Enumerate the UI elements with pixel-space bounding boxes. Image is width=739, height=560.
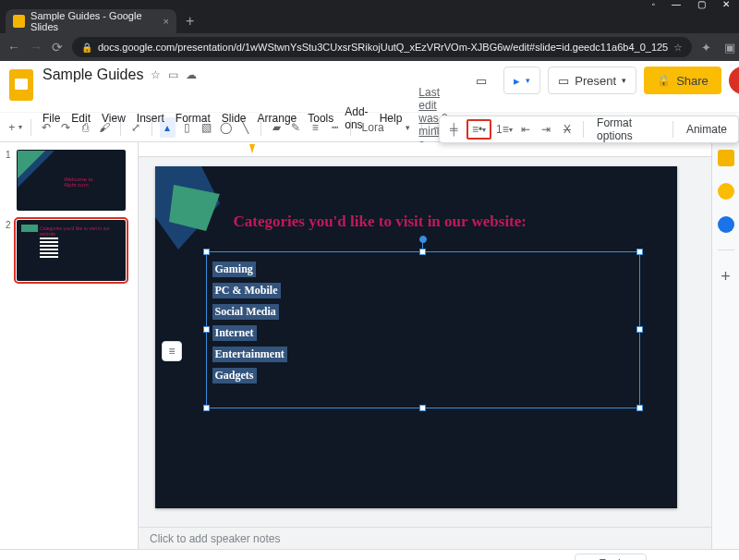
comments-button[interactable]: ▭: [466, 67, 496, 94]
add-addon-icon[interactable]: +: [721, 267, 731, 286]
format-options-button[interactable]: Format options: [591, 116, 665, 142]
forward-icon: →: [30, 40, 42, 55]
doc-title[interactable]: Sample Guides: [42, 67, 143, 83]
cloud-status-icon[interactable]: ☁: [186, 68, 197, 81]
side-panel: +: [711, 142, 739, 549]
comment-icon: ▭: [476, 74, 487, 88]
slides-favicon-icon: [13, 15, 25, 28]
maximize-icon[interactable]: ▢: [697, 0, 706, 9]
animate-button[interactable]: Animate: [681, 123, 733, 136]
slide-shape-icon: [155, 166, 238, 254]
tab-close-icon[interactable]: ×: [164, 16, 169, 27]
tab-title: Sample Guides - Google Slides: [30, 10, 163, 32]
browser-address-bar: ← → ⟳ 🔒 docs.google.com/presentation/d/1…: [0, 33, 739, 61]
slide-thumbnail-2[interactable]: Categories you'd like to visit in our we…: [17, 220, 126, 281]
list-item: Gadgets: [212, 368, 257, 383]
calendar-icon[interactable]: [718, 150, 734, 166]
cast-icon[interactable]: ▣: [724, 41, 735, 55]
slide-canvas[interactable]: Categories you'd like to visit in our we…: [155, 166, 677, 508]
browser-tab[interactable]: Sample Guides - Google Slides ×: [6, 9, 176, 33]
menu-bar: File Edit View Insert Format Slide Arran…: [42, 86, 457, 151]
floating-alignment-menu[interactable]: ≡: [162, 341, 182, 361]
slide-title-text[interactable]: Categories you'd like to visit in our we…: [234, 213, 527, 231]
filmstrip-view-icon[interactable]: ▮: [9, 557, 16, 561]
present-icon: ▭: [558, 74, 569, 88]
url-text: docs.google.com/presentation/d/1wWStwnYs…: [98, 42, 668, 53]
share-button[interactable]: 🔒 Share: [644, 67, 721, 94]
list-item: Entertainment: [212, 347, 287, 362]
menu-view[interactable]: View: [102, 112, 126, 125]
list-item: PC & Mobile: [212, 283, 281, 298]
dot-icon: ◦: [651, 0, 655, 9]
notes-placeholder: Click to add speaker notes: [150, 532, 280, 545]
hide-side-panel-icon[interactable]: ›: [726, 557, 730, 561]
canvas-area: Categories you'd like to visit in our we…: [139, 142, 711, 549]
star-icon[interactable]: ☆: [673, 42, 683, 54]
line-spacing-button[interactable]: ╪: [445, 119, 463, 140]
horizontal-ruler: [139, 142, 711, 157]
status-bar: ▮ ▦ ◆ Explore www.deuaq.com ›: [0, 549, 739, 560]
slide-thumbnail-1[interactable]: Welcome toAlphr.com: [17, 150, 126, 211]
decrease-indent-button[interactable]: ⇤: [516, 119, 534, 140]
star-doc-icon[interactable]: ☆: [151, 68, 161, 81]
new-tab-button[interactable]: +: [176, 9, 203, 33]
grid-view-icon[interactable]: ▦: [34, 557, 44, 561]
selected-textbox[interactable]: Gaming PC & Mobile Social Media Internet…: [206, 251, 640, 408]
menu-slide[interactable]: Slide: [222, 112, 247, 125]
speaker-notes[interactable]: Click to add speaker notes: [139, 527, 711, 549]
slideshow-icon: ▸: [514, 74, 520, 88]
keep-icon[interactable]: [718, 183, 734, 200]
list-item: Internet: [212, 325, 257, 341]
clear-formatting-button[interactable]: X: [559, 119, 576, 140]
url-input[interactable]: 🔒 docs.google.com/presentation/d/1wWStwn…: [72, 37, 692, 57]
explore-button[interactable]: ◆ Explore: [575, 554, 647, 561]
menu-insert[interactable]: Insert: [137, 112, 164, 125]
user-avatar[interactable]: a: [729, 67, 739, 94]
menu-help[interactable]: Help: [380, 112, 403, 125]
back-icon[interactable]: ←: [7, 40, 20, 55]
menu-edit[interactable]: Edit: [71, 112, 91, 125]
lock-icon: 🔒: [81, 43, 92, 53]
slides-header: Sample Guides ☆ ▭ ☁ File Edit View Inser…: [0, 61, 739, 113]
present-button[interactable]: ▭ Present ▾: [548, 67, 636, 94]
menu-file[interactable]: File: [42, 112, 60, 125]
explore-icon: ◆: [585, 557, 593, 561]
text-content[interactable]: Gaming PC & Mobile Social Media Internet…: [207, 252, 639, 393]
menu-arrange[interactable]: Arrange: [258, 112, 297, 125]
lock-share-icon: 🔒: [657, 74, 671, 87]
slides-logo-icon[interactable]: [9, 67, 33, 103]
window-controls: ◦ — ▢ ✕: [0, 0, 739, 7]
list-item: Gaming: [212, 262, 256, 277]
menu-format[interactable]: Format: [176, 112, 211, 125]
tasks-icon[interactable]: [718, 216, 734, 233]
new-slide-button[interactable]: + ▾: [7, 117, 23, 138]
extensions-icon[interactable]: ✦: [701, 41, 711, 55]
thumb-number: 1: [6, 150, 13, 211]
menu-tools[interactable]: Tools: [308, 112, 333, 125]
thumb-number: 2: [6, 220, 13, 281]
svg-rect-1: [15, 79, 28, 90]
slide-thumbnail-panel: 1 Welcome toAlphr.com 2 Categories you'd…: [0, 142, 139, 549]
workspace: 1 Welcome toAlphr.com 2 Categories you'd…: [0, 142, 739, 549]
bulleted-list-button[interactable]: ≡•▾: [466, 119, 492, 140]
close-window-icon[interactable]: ✕: [722, 0, 730, 9]
reload-icon[interactable]: ⟳: [52, 40, 63, 55]
move-doc-icon[interactable]: ▭: [168, 68, 178, 81]
overflow-toolbar: ╪ ≡•▾ 1≡▾ ⇤ ⇥ X Format options Animate: [439, 116, 739, 143]
browser-tab-strip: Sample Guides - Google Slides × +: [0, 7, 739, 33]
menu-addons[interactable]: Add-ons: [345, 105, 368, 131]
increase-indent-button[interactable]: ⇥: [538, 119, 555, 140]
slideshow-button[interactable]: ▸▾: [503, 67, 540, 94]
numbered-list-button[interactable]: 1≡▾: [495, 119, 513, 140]
list-item: Social Media: [212, 304, 279, 320]
minimize-icon[interactable]: —: [672, 0, 681, 9]
